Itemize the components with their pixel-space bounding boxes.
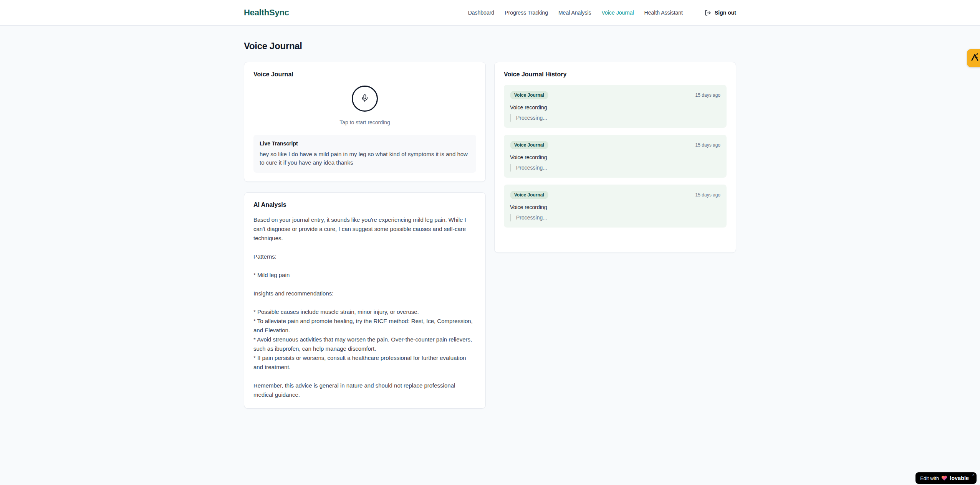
recorder-area: Tap to start recording xyxy=(253,85,476,125)
entry-header: Voice Journal 15 days ago xyxy=(510,91,720,99)
entry-header: Voice Journal 15 days ago xyxy=(510,141,720,149)
ai-analysis-title: AI Analysis xyxy=(253,201,476,208)
top-navbar: HealthSync Dashboard Progress Tracking M… xyxy=(0,0,980,26)
entry-title: Voice recording xyxy=(510,204,720,210)
entry-title: Voice recording xyxy=(510,154,720,160)
entry-title: Voice recording xyxy=(510,104,720,111)
entry-type-badge: Voice Journal xyxy=(510,91,548,99)
log-out-icon xyxy=(705,10,711,16)
sign-out-button[interactable]: Sign out xyxy=(705,10,736,16)
microphone-icon xyxy=(361,94,369,104)
nav-meal-analysis[interactable]: Meal Analysis xyxy=(558,10,591,16)
history-list: Voice Journal 15 days ago Voice recordin… xyxy=(504,85,727,228)
ai-analysis-body: Based on your journal entry, it sounds l… xyxy=(253,215,476,399)
entry-type-badge: Voice Journal xyxy=(510,191,548,199)
history-entry[interactable]: Voice Journal 15 days ago Voice recordin… xyxy=(504,135,727,178)
entry-timestamp: 15 days ago xyxy=(695,92,720,98)
edit-with-label: Edit with xyxy=(920,475,939,481)
navbar-inner: HealthSync Dashboard Progress Tracking M… xyxy=(244,8,736,18)
tap-to-record-hint: Tap to start recording xyxy=(339,119,390,125)
record-button[interactable] xyxy=(352,86,378,112)
voice-journal-card: Voice Journal Tap to start recording xyxy=(244,62,486,182)
history-entry[interactable]: Voice Journal 15 days ago Voice recordin… xyxy=(504,185,727,228)
lovable-brand-label: lovable xyxy=(950,475,969,481)
recorder-card-title: Voice Journal xyxy=(253,71,476,78)
content-grid: Voice Journal Tap to start recording xyxy=(244,62,736,409)
edit-with-lovable-badge[interactable]: Edit with lovable × xyxy=(915,472,977,484)
entry-header: Voice Journal 15 days ago xyxy=(510,191,720,199)
entry-status: Processing... xyxy=(510,164,720,172)
entry-timestamp: 15 days ago xyxy=(695,142,720,148)
gradient-heart-icon xyxy=(941,475,947,481)
main-content: Voice Journal Voice Journal xyxy=(244,26,736,409)
history-entry[interactable]: Voice Journal 15 days ago Voice recordin… xyxy=(504,85,727,128)
ai-analysis-card: AI Analysis Based on your journal entry,… xyxy=(244,192,486,409)
side-extension-badge[interactable] xyxy=(967,49,980,67)
entry-status: Processing... xyxy=(510,214,720,221)
nav-voice-journal[interactable]: Voice Journal xyxy=(602,10,634,16)
live-transcript-box: Live Transcript hey so like I do have a … xyxy=(253,135,476,173)
voice-journal-history-card: Voice Journal History Voice Journal 15 d… xyxy=(494,62,736,253)
brand-logo[interactable]: HealthSync xyxy=(244,8,289,18)
main-nav: Dashboard Progress Tracking Meal Analysi… xyxy=(468,10,736,16)
close-icon[interactable]: × xyxy=(972,473,975,477)
sign-out-label: Sign out xyxy=(715,10,736,16)
entry-status: Processing... xyxy=(510,114,720,122)
history-card-title: Voice Journal History xyxy=(504,71,727,78)
live-transcript-text: hey so like I do have a mild pain in my … xyxy=(260,150,470,167)
left-column: Voice Journal Tap to start recording xyxy=(244,62,486,409)
nav-dashboard[interactable]: Dashboard xyxy=(468,10,495,16)
live-transcript-title: Live Transcript xyxy=(260,140,470,147)
nav-health-assistant[interactable]: Health Assistant xyxy=(644,10,683,16)
entry-type-badge: Voice Journal xyxy=(510,141,548,149)
page-title: Voice Journal xyxy=(244,41,736,51)
nav-progress-tracking[interactable]: Progress Tracking xyxy=(505,10,548,16)
peak-logo-icon xyxy=(970,53,980,64)
entry-timestamp: 15 days ago xyxy=(695,192,720,198)
right-column: Voice Journal History Voice Journal 15 d… xyxy=(494,62,736,253)
